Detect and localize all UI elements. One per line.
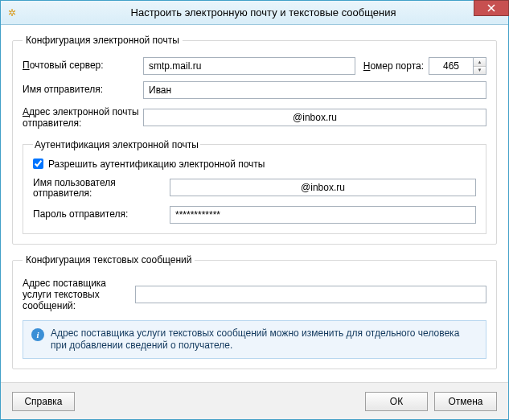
text-provider-input[interactable] [135, 286, 486, 303]
email-config-group: Конфигурация электронной почты Почтовый … [12, 35, 497, 245]
port-spinner[interactable]: ▲ ▼ [429, 57, 486, 75]
dialog-window: ✲ Настроить электронную почту и текстовы… [0, 0, 509, 420]
port-label: Номер порта: [363, 60, 424, 72]
close-icon [487, 4, 495, 12]
auth-password-label: Пароль отправителя: [33, 209, 170, 220]
auth-enable-label: Разрешить аутентификацию электронной поч… [48, 159, 265, 170]
mail-server-input[interactable] [143, 57, 355, 75]
auth-user-label: Имя пользователя отправителя: [33, 176, 170, 200]
close-button[interactable] [474, 0, 509, 16]
text-provider-label: Адрес поставщика услуги текстовых сообще… [23, 277, 135, 311]
button-bar: Справка ОК Отмена [1, 382, 508, 419]
sender-name-label: Имя отправителя: [23, 84, 143, 96]
app-icon: ✲ [6, 6, 18, 19]
ok-button[interactable]: ОК [365, 392, 428, 411]
auth-group: Аутентификация электронной почты Разреши… [23, 139, 486, 235]
text-config-group: Конфигурация текстовых сообщений Адрес п… [12, 254, 497, 369]
sender-address-input[interactable] [143, 109, 486, 126]
auth-legend: Аутентификация электронной почты [33, 139, 200, 150]
info-text: Адрес поставщика услуги текстовых сообще… [51, 327, 478, 352]
port-down-button[interactable]: ▼ [474, 67, 486, 75]
auth-user-input[interactable] [170, 179, 476, 196]
auth-enable-checkbox[interactable] [33, 159, 43, 169]
help-button[interactable]: Справка [12, 392, 75, 411]
auth-password-input[interactable] [170, 206, 476, 224]
port-up-button[interactable]: ▲ [474, 58, 486, 67]
client-area: Конфигурация электронной почты Почтовый … [1, 25, 508, 382]
email-config-legend: Конфигурация электронной почты [23, 35, 183, 46]
text-config-legend: Конфигурация текстовых сообщений [23, 254, 195, 266]
window-title: Настроить электронную почту и текстовые … [23, 6, 503, 19]
cancel-button[interactable]: Отмена [434, 392, 497, 411]
mail-server-label: Почтовый сервер: [23, 60, 143, 72]
sender-address-label: Адрес электронной почты отправителя: [23, 105, 143, 130]
sender-name-input[interactable] [143, 81, 486, 99]
port-input[interactable] [429, 57, 474, 75]
titlebar[interactable]: ✲ Настроить электронную почту и текстовы… [1, 1, 508, 25]
info-icon: i [31, 328, 44, 341]
info-box: i Адрес поставщика услуги текстовых сооб… [23, 320, 486, 359]
